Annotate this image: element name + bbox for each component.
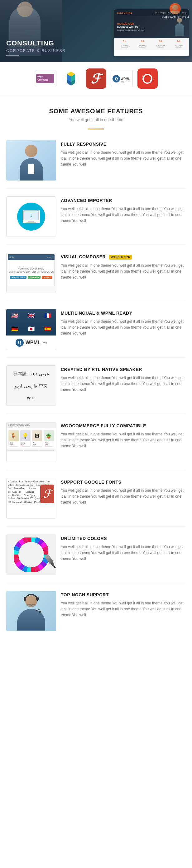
hero-section: CONSULTING CORPORATE & BUSINESS ELITE AU…: [0, 0, 192, 62]
hero-title: CONSULTING: [6, 39, 65, 47]
woo-product-2: 💡 Lamp $45: [20, 430, 31, 446]
section-divider: [6, 125, 186, 131]
feature-responsive: FULLY RESPONSIVE You well get it all in …: [6, 140, 186, 189]
svg-text:Commerce: Commerce: [37, 79, 48, 81]
feature-responsive-content: FULLY RESPONSIVE You well get it all in …: [61, 140, 186, 168]
feature-rtl-content: CREATED BY RTL NATIVE SPEAKER You well g…: [61, 365, 186, 393]
svg-text:Q: Q: [115, 76, 118, 81]
rtl-text-hebrew: עברי: [28, 371, 37, 376]
templates-btn[interactable]: Templates: [28, 276, 40, 279]
svg-text:WPML: WPML: [120, 77, 130, 81]
hero-divider: [6, 55, 19, 56]
wpml-logo-area: Q WPML.org: [6, 336, 56, 349]
woo-product-4: 🪴 Plant $22: [44, 430, 54, 446]
preview-features: 01 IT Consulting description 02 Corp Mee…: [114, 38, 189, 50]
feature-woo-text: You well get it all in one theme You wel…: [61, 431, 186, 450]
feature-woocommerce: LATEST PRODUCTS 🪑 Chair $29 💡 Lamp: [6, 422, 186, 470]
feature-fonts-title: SUPPORT GOOGLE FONTS: [61, 479, 186, 485]
features-subtitle: You well get it all in one theme: [6, 117, 186, 122]
cube-icon: [63, 70, 80, 87]
woocommerce-logo-icon: Woo Commerce: [36, 73, 55, 84]
woo-product-1: 🪑 Chair $29: [8, 430, 19, 446]
presets-btn[interactable]: Presets: [42, 276, 52, 279]
feature-importer-content: ADVANCED IMPORTER You well get it all in…: [61, 196, 186, 224]
feature-composer-content: VISUAL COMPOSER WORTH $26 You well get i…: [61, 253, 186, 281]
feature-wpml-content: MULTILINGUAL & WPML READY You well get i…: [61, 309, 186, 337]
feature-colors-title: UNLIMITED COLORS: [61, 536, 186, 541]
feature-wpml-text: You well get it all in one theme You wel…: [61, 319, 186, 337]
feature-rtl-title: CREATED BY RTL NATIVE SPEAKER: [61, 367, 186, 372]
elite-badge: ELITE AUTHOR ITEM: [161, 3, 189, 18]
feature-colors-text: You well get it all in one theme You wel…: [61, 544, 186, 562]
wpml-logo-icon: Q WPML .org: [112, 72, 131, 85]
rtl-text-chinese: 中文: [39, 383, 48, 389]
rtl-text-farsi: فارسی: [24, 383, 37, 389]
feature-woo-title: WOOCOMMERCE FULLY COMPATIBLE: [61, 423, 186, 428]
feature-composer-title: VISUAL COMPOSER WORTH $26: [61, 254, 186, 259]
feature-woo-image: LATEST PRODUCTS 🪑 Chair $29 💡 Lamp: [6, 422, 56, 462]
feature-importer-title: ADVANCED IMPORTER: [61, 198, 186, 203]
feature-fonts-text: You well get it all in one theme You wel…: [61, 488, 186, 506]
plugin-wpml: Q WPML .org: [111, 70, 133, 87]
preview-hero-area: MANAGE YOUR BUSINESS WITH US MANAGE YOUR…: [114, 16, 189, 38]
rtl-text-arabic: عربي: [39, 371, 49, 376]
plugin-refresh: [137, 68, 158, 89]
feature-importer: ↓ ADVANCED IMPORTER You well get it all …: [6, 196, 186, 245]
svg-text:Woo: Woo: [37, 75, 43, 78]
woo-product-3: 🖼 Art $18: [32, 430, 43, 446]
feature-support-content: TOP-NOCH SUPPORT You well get it all in …: [61, 591, 186, 618]
svg-text:ℱ: ℱ: [91, 72, 103, 86]
feature-support: TOP-NOCH SUPPORT You well get it all in …: [6, 591, 186, 639]
elite-label: ELITE AUTHOR ITEM: [161, 16, 189, 18]
svg-point-28: [22, 545, 40, 564]
feature-responsive-image: [6, 140, 56, 181]
rtl-text-japanese: 日本語: [13, 371, 27, 377]
rtl-text-urdu: اردو: [15, 383, 22, 389]
rtl-text-yiddish: יידיש: [27, 395, 35, 400]
plugin-woocommerce: Woo Commerce: [35, 70, 56, 87]
plugin-cube: [61, 68, 81, 89]
feature-fonts-content: SUPPORT GOOGLE FONTS You well get it all…: [61, 478, 186, 506]
feature-responsive-title: FULLY RESPONSIVE: [61, 142, 186, 147]
feature-support-image: [6, 591, 56, 631]
feature-wpml-image: 🇺🇸 🇬🇧 🇫🇷 🇩🇪 🇯🇵 🇪🇸 Q WPML.org: [6, 309, 56, 349]
feature-responsive-text: You well get it all in one theme You wel…: [61, 150, 186, 168]
features-section: SOME AWESOME FEATURES You well get it al…: [0, 95, 192, 659]
features-title: SOME AWESOME FEATURES: [6, 108, 186, 115]
feature-colors: UNLIMITED COLORS You well get it all in …: [6, 534, 186, 583]
preview-hero-line1: MANAGE YOUR: [117, 23, 134, 25]
feature-support-text: You well get it all in one theme You wel…: [61, 600, 186, 618]
feature-rtl-text: You well get it all in one theme You wel…: [61, 375, 186, 393]
add-content-btn[interactable]: + Add Content: [10, 276, 27, 279]
woo-latest-label: LATEST PRODUCTS: [8, 424, 30, 426]
blank-page-text: YOU HAVE BLANK PAGESTART ADDING CONTENT …: [9, 267, 54, 274]
plugins-section: Woo Commerce ℱ Q WPML .org: [0, 62, 192, 95]
feature-fonts: s Caption Exo Pathway Gothic One Que atf…: [6, 478, 186, 527]
feature-support-title: TOP-NOCH SUPPORT: [61, 592, 186, 597]
feature-importer-text: You well get it all in one theme You wel…: [61, 206, 186, 224]
hero-subtitle: CORPORATE & BUSINESS: [6, 49, 65, 53]
feature-colors-image: [6, 534, 56, 575]
feature-composer: V ⊞ :: YOU HAVE BLANK PAGESTART ADDING C…: [6, 253, 186, 301]
color-wheel-svg: [14, 537, 48, 572]
feature-composer-image: V ⊞ :: YOU HAVE BLANK PAGESTART ADDING C…: [6, 253, 56, 293]
plugin-fancy-f: ℱ: [86, 68, 106, 89]
feature-rtl: 日本語 עברי عربي اردو فارسی 中文 יידיש CREATE…: [6, 365, 186, 414]
composer-badge: WORTH $26: [109, 255, 132, 259]
feature-colors-content: UNLIMITED COLORS You well get it all in …: [61, 534, 186, 562]
preview-logo: consulting: [116, 11, 132, 14]
svg-text:.org: .org: [120, 81, 125, 83]
feature-fonts-image: s Caption Exo Pathway Gothic One Que atf…: [6, 478, 56, 519]
fancy-f-icon: ℱ: [89, 71, 103, 87]
refresh-icon: [141, 72, 154, 85]
feature-composer-text: You well get it all in one theme You wel…: [61, 263, 186, 281]
feature-wpml: 🇺🇸 🇬🇧 🇫🇷 🇩🇪 🇯🇵 🇪🇸 Q WPML.org: [6, 309, 186, 358]
feature-woo-content: WOOCOMMERCE FULLY COMPATIBLE You well ge…: [61, 422, 186, 450]
preview-hero-line2: BUSINESS WITH US: [117, 26, 138, 28]
feature-rtl-image: 日本語 עברי عربي اردو فارسی 中文 יידיש: [6, 365, 56, 406]
feature-importer-image: ↓: [6, 196, 56, 237]
feature-wpml-title: MULTILINGUAL & WPML READY: [61, 311, 186, 316]
